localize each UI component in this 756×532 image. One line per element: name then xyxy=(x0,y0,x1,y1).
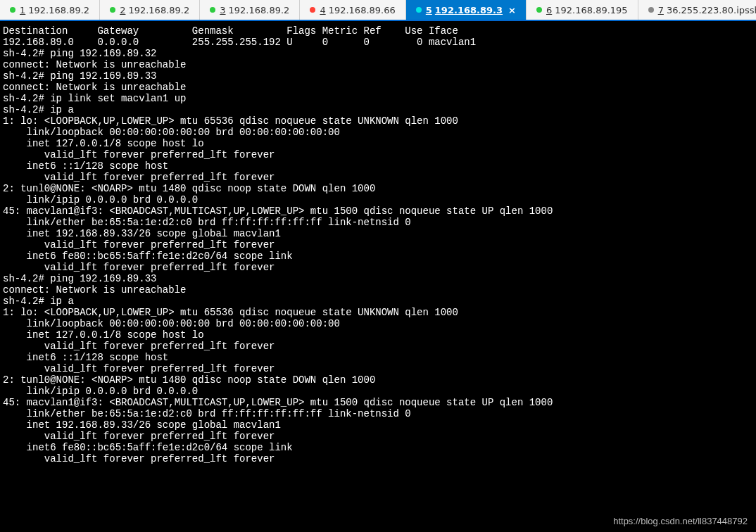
terminal-line: valid_lft forever preferred_lft forever xyxy=(3,431,753,442)
terminal-line: inet6 fe80::bc65:5aff:fe1e:d2c0/64 scope… xyxy=(3,442,753,453)
status-dot-icon xyxy=(210,7,215,13)
terminal-line: valid_lft forever preferred_lft forever xyxy=(3,453,753,464)
terminal-line: connect: Network is unreachable xyxy=(3,82,753,93)
tab-number: 7 xyxy=(658,5,664,15)
terminal-line: inet6 ::1/128 scope host xyxy=(3,160,753,172)
terminal-line: 2: tunl0@NONE: <NOARP> mtu 1480 qdisc no… xyxy=(3,183,753,194)
terminal-line: sh-4.2# ping 192.169.89.33 xyxy=(3,70,753,82)
terminal-line: valid_lft forever preferred_lft forever xyxy=(3,239,753,251)
terminal-line: 1: lo: <LOOPBACK,UP,LOWER_UP> mtu 65536 … xyxy=(3,115,753,127)
tab-label: 192.168.89.66 xyxy=(329,5,396,15)
tab-2[interactable]: 2192.168.89.2 xyxy=(100,0,200,20)
terminal-line: inet 192.168.89.33/26 scope global macvl… xyxy=(3,419,753,431)
watermark-text: https://blog.csdn.net/ll837448792 xyxy=(613,516,748,526)
terminal-line: connect: Network is unreachable xyxy=(3,59,753,70)
terminal-line: 1: lo: <LOOPBACK,UP,LOWER_UP> mtu 65536 … xyxy=(3,307,753,318)
terminal-line: 45: macvlan1@if3: <BROADCAST,MULTICAST,U… xyxy=(3,397,753,408)
terminal-line: inet 192.168.89.33/26 scope global macvl… xyxy=(3,228,753,239)
tab-number: 1 xyxy=(20,5,25,15)
terminal-line: Destination Gateway Genmask Flags Metric… xyxy=(3,25,753,37)
tab-number: 2 xyxy=(120,5,125,15)
terminal-line: inet6 ::1/128 scope host xyxy=(3,352,753,363)
tab-6[interactable]: 6192.168.89.195 xyxy=(527,0,638,20)
tab-4[interactable]: 4192.168.89.66 xyxy=(300,0,405,20)
terminal-line: link/ipip 0.0.0.0 brd 0.0.0.0 xyxy=(3,386,753,397)
terminal-line: link/ether be:65:5a:1e:d2:c0 brd ff:ff:f… xyxy=(3,217,753,228)
terminal-line: sh-4.2# ip link set macvlan1 up xyxy=(3,93,753,104)
terminal-line: link/ether be:65:5a:1e:d2:c0 brd ff:ff:f… xyxy=(3,408,753,419)
terminal-line: 45: macvlan1@if3: <BROADCAST,MULTICAST,U… xyxy=(3,205,753,217)
status-dot-icon xyxy=(10,7,15,13)
terminal-line: inet6 fe80::bc65:5aff:fe1e:d2c0/64 scope… xyxy=(3,251,753,262)
status-dot-icon xyxy=(310,7,315,13)
tab-label: 192.168.89.2 xyxy=(229,5,290,15)
tab-label: 36.255.223.80.ipssh xyxy=(667,5,756,15)
tab-label: 192.168.89.195 xyxy=(555,5,627,15)
status-dot-icon xyxy=(110,7,115,13)
terminal-line: valid_lft forever preferred_lft forever xyxy=(3,262,753,273)
status-dot-icon xyxy=(416,7,422,13)
terminal-line: inet 127.0.0.1/8 scope host lo xyxy=(3,329,753,341)
tab-label: 192.168.89.3 xyxy=(435,5,503,15)
terminal-line: sh-4.2# ip a xyxy=(3,296,753,307)
terminal-line: link/loopback 00:00:00:00:00:00 brd 00:0… xyxy=(3,318,753,329)
terminal-line: valid_lft forever preferred_lft forever xyxy=(3,341,753,352)
tab-label: 192.168.89.2 xyxy=(28,5,89,15)
tab-number: 4 xyxy=(320,5,325,15)
terminal-line: link/ipip 0.0.0.0 brd 0.0.0.0 xyxy=(3,194,753,205)
terminal-line: sh-4.2# ip a xyxy=(3,104,753,115)
tab-3[interactable]: 3192.168.89.2 xyxy=(200,0,300,20)
tab-5[interactable]: 5192.168.89.3× xyxy=(406,0,527,20)
tab-number: 6 xyxy=(546,5,552,15)
status-dot-icon xyxy=(648,7,654,13)
terminal-output[interactable]: Destination Gateway Genmask Flags Metric… xyxy=(0,21,756,469)
tab-number: 3 xyxy=(220,5,225,15)
terminal-line: 2: tunl0@NONE: <NOARP> mtu 1480 qdisc no… xyxy=(3,374,753,386)
terminal-line: valid_lft forever preferred_lft forever xyxy=(3,172,753,183)
terminal-line: 192.168.89.0 0.0.0.0 255.255.255.192 U 0… xyxy=(3,37,753,48)
tab-bar: 1192.168.89.22192.168.89.23192.168.89.24… xyxy=(0,0,756,21)
close-icon[interactable]: × xyxy=(508,5,516,15)
tab-label: 192.168.89.2 xyxy=(128,5,189,15)
terminal-line: valid_lft forever preferred_lft forever xyxy=(3,363,753,374)
tab-1[interactable]: 1192.168.89.2 xyxy=(0,0,100,20)
terminal-line: sh-4.2# ping 192.169.89.33 xyxy=(3,273,753,284)
terminal-line: inet 127.0.0.1/8 scope host lo xyxy=(3,138,753,149)
status-dot-icon xyxy=(536,7,542,13)
terminal-line: connect: Network is unreachable xyxy=(3,284,753,296)
terminal-line: link/loopback 00:00:00:00:00:00 brd 00:0… xyxy=(3,127,753,138)
terminal-line: valid_lft forever preferred_lft forever xyxy=(3,149,753,160)
tab-number: 5 xyxy=(426,5,432,15)
tab-7[interactable]: 736.255.223.80.ipssh xyxy=(638,0,756,20)
terminal-line: sh-4.2# ping 192.169.89.32 xyxy=(3,48,753,59)
